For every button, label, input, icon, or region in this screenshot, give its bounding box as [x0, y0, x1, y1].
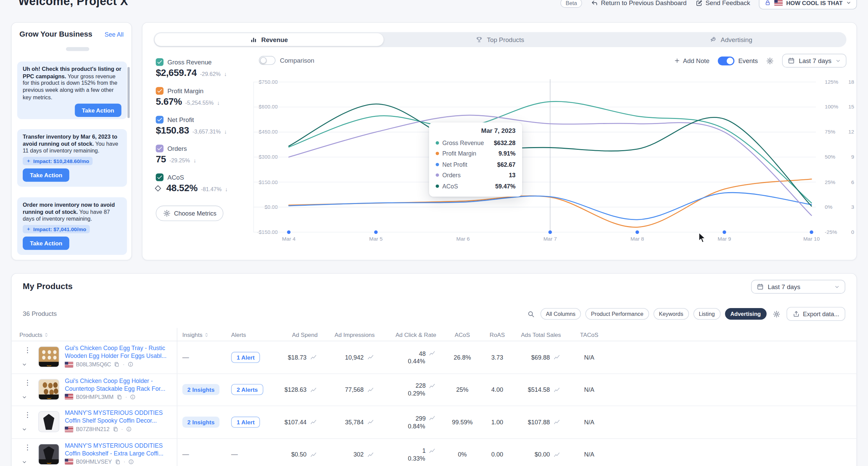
series-color-dot — [436, 141, 439, 144]
comparison-control: Comparison — [259, 56, 314, 65]
add-note-button[interactable]: Add Note — [674, 57, 710, 64]
send-feedback-button[interactable]: Send Feedback — [695, 0, 750, 6]
return-previous-dashboard-link[interactable]: Return to Previous Dashboard — [591, 0, 687, 6]
filter-chip-listing[interactable]: Listing — [693, 308, 721, 320]
revenue-line-chart[interactable] — [253, 78, 818, 240]
column-header-alerts[interactable]: Alerts — [231, 328, 246, 341]
row-menu-button[interactable]: ⋮ — [24, 379, 31, 386]
calendar-icon — [757, 283, 764, 290]
see-all-link[interactable]: See All — [105, 31, 124, 38]
trophy-icon — [476, 36, 483, 43]
chart-date-range-select[interactable]: Last 7 days — [782, 54, 846, 68]
product-name-link[interactable]: MANNY'S MYSTERIOUS ODDITIESCoffin Booksh… — [65, 441, 178, 457]
metric-checkbox[interactable] — [156, 87, 163, 95]
tab-advertising[interactable]: Advertising — [616, 33, 845, 46]
row-menu-button[interactable]: ⋮ — [24, 444, 31, 451]
choose-metrics-button[interactable]: Choose Metrics — [156, 206, 223, 221]
expand-row-button[interactable] — [22, 457, 27, 466]
alerts-badge[interactable]: 1 Alert — [231, 352, 260, 363]
product-name-link[interactable]: Gui's Chicken Coop Egg Tray - RusticWood… — [65, 344, 178, 360]
grow-scrollbar[interactable] — [127, 67, 130, 118]
y-tick-count: 3 — [840, 204, 854, 210]
row-menu-button[interactable]: ⋮ — [24, 346, 31, 353]
column-header-tacos[interactable]: TACoS — [573, 328, 606, 341]
topbar-actions: Beta Return to Previous Dashboard Send F… — [561, 0, 857, 9]
impact-label: Impact: $7,041.00/mo — [33, 226, 86, 232]
alerts-cell: — — [231, 439, 238, 466]
metric-value: 75 — [156, 154, 166, 165]
empty-value: — — [182, 353, 189, 361]
column-header-ad-impressions[interactable]: Ad Impressions — [319, 328, 375, 341]
expand-row-button[interactable] — [22, 360, 27, 369]
dashboard-page: Welcome, Project X Beta Return to Previo… — [0, 0, 868, 466]
alerts-badge[interactable]: 1 Alert — [231, 417, 260, 428]
search-icon[interactable] — [527, 310, 535, 318]
alerts-cell: 1 Alert — [231, 406, 260, 438]
metric-checkbox[interactable] — [156, 145, 163, 153]
insights-badge[interactable]: 2 Insights — [182, 384, 220, 395]
insights-badge[interactable]: 2 Insights — [182, 417, 220, 428]
column-header-ad-spend[interactable]: Ad Spend — [262, 328, 317, 341]
ad-impressions-cell: 302 — [319, 439, 375, 466]
ad-click-rate-cell: 2280.29% — [381, 374, 436, 406]
metric-checkbox[interactable] — [156, 174, 163, 181]
info-icon[interactable] — [127, 361, 134, 367]
metric-checkbox[interactable] — [156, 58, 163, 66]
impact-badge: Impact: $10,248.60/mo — [23, 157, 93, 165]
toggle-knob — [727, 57, 733, 64]
trend-line-icon — [309, 354, 318, 360]
toggle-knob — [260, 57, 267, 64]
table-settings-gear-icon[interactable] — [772, 310, 780, 318]
filter-chip-product-performance[interactable]: Product Performance — [586, 308, 649, 320]
comparison-toggle[interactable] — [259, 56, 275, 65]
copy-icon[interactable] — [116, 394, 122, 400]
tab-top-products[interactable]: Top Products — [386, 33, 614, 46]
info-icon[interactable] — [130, 394, 136, 400]
filter-chip-keywords[interactable]: Keywords — [653, 308, 689, 320]
copy-icon[interactable] — [114, 361, 120, 367]
products-date-range-select[interactable]: Last 7 days — [751, 280, 845, 294]
product-name-link[interactable]: MANNY'S MYSTERIOUS ODDITIESCoffin Shelf … — [65, 409, 178, 425]
expand-row-button[interactable] — [22, 424, 27, 434]
metric-checkbox[interactable] — [156, 116, 163, 124]
column-header-acos[interactable]: ACoS — [446, 328, 479, 341]
column-header-insights[interactable]: Insights — [182, 328, 209, 341]
expand-row-button[interactable] — [22, 392, 27, 402]
y-tick-count: 18 — [840, 79, 854, 85]
product-name-line2: Countertop Stackable Egg Rack For... — [65, 385, 165, 392]
locale-dropdown[interactable]: HOW COOL IS THAT — [759, 0, 857, 9]
take-action-button[interactable]: Take Action — [23, 168, 70, 182]
take-action-button[interactable]: Take Action — [23, 237, 70, 250]
chart-settings-gear-icon[interactable] — [766, 57, 774, 65]
info-icon[interactable] — [126, 426, 132, 432]
product-name-link[interactable]: Gui's Chicken Coop Egg Holder -Counterto… — [65, 377, 178, 392]
filter-chip-all-columns[interactable]: All Columns — [540, 308, 581, 320]
ad-impressions-cell-value: 35,784 — [345, 419, 363, 426]
column-header-ads-total-sales[interactable]: Ads Total Sales — [506, 328, 561, 341]
tacos-cell-value: N/A — [584, 354, 594, 361]
column-header-products[interactable]: Products — [19, 328, 49, 341]
chevron-down-icon — [835, 58, 841, 63]
alerts-badge[interactable]: 2 Alerts — [231, 384, 263, 395]
rocket-icon — [710, 36, 717, 43]
metric-delta: -81.47% — [201, 186, 222, 192]
trend-line-icon — [553, 387, 561, 393]
row-menu-button[interactable]: ⋮ — [24, 411, 31, 418]
column-label: ACoS — [455, 331, 470, 338]
trend-line-icon — [428, 415, 436, 421]
ads-total-sales-cell-value: $107.88 — [528, 419, 550, 426]
copy-icon[interactable] — [112, 426, 118, 432]
copy-icon[interactable] — [115, 459, 121, 465]
filter-chip-advertising[interactable]: Advertising — [725, 308, 767, 320]
metric-label: Profit Margin — [167, 87, 204, 94]
info-icon[interactable] — [128, 459, 134, 465]
sort-icon — [204, 332, 209, 337]
export-data-button[interactable]: Export data... — [786, 307, 845, 321]
down-arrow-icon: ↓ — [224, 71, 227, 77]
tab-revenue[interactable]: Revenue — [155, 33, 383, 46]
events-toggle[interactable] — [718, 56, 734, 65]
chevron-down-icon — [22, 427, 27, 432]
take-action-button[interactable]: Take Action — [75, 104, 121, 117]
product-name-line1: Gui's Chicken Coop Egg Tray - Rustic — [65, 345, 165, 351]
column-header-ad-click-rate[interactable]: Ad Click & Rate — [381, 328, 436, 341]
